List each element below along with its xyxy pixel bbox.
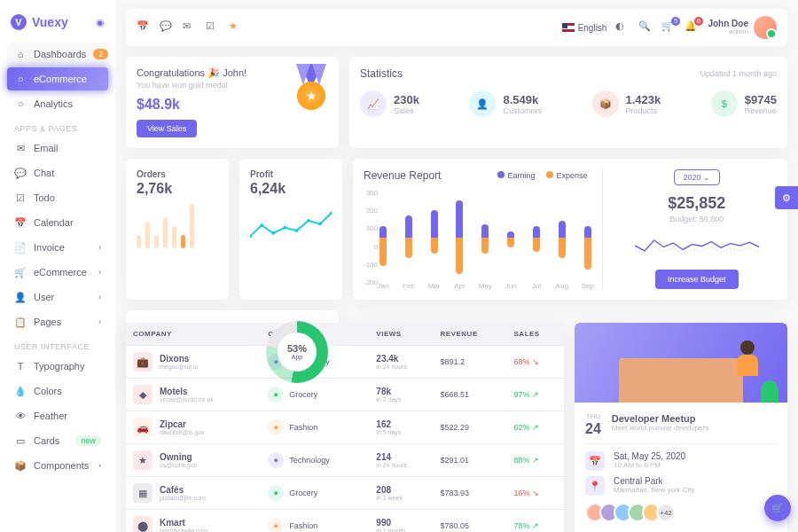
droplet-icon: 💧 (14, 385, 27, 397)
topbar: 📅 💬 ✉ ☑ ★ English ◐ 🔍 🛒5 🔔6 John Doeadmi… (126, 9, 787, 46)
cart-icon[interactable]: 🛒5 (661, 20, 676, 35)
sidebar-item-calendar[interactable]: 📅Calendar (7, 211, 108, 234)
orders-card: Orders 2,76k (126, 159, 229, 300)
nav-label: Analytics (34, 98, 73, 109)
revenue-legend: EarningExpense (497, 171, 588, 180)
sidebar-item-cards[interactable]: ▭Cardsnew (7, 429, 108, 452)
trend-icon: 📈 (360, 90, 387, 117)
svg-point-4 (295, 229, 299, 232)
circle-icon: ○ (14, 98, 27, 110)
stat-products: 📦1.423kProducts (592, 90, 661, 117)
card-icon: ▭ (14, 434, 27, 447)
pages-icon: 📋 (14, 316, 27, 328)
year-selector[interactable]: 2020 ⌄ (674, 169, 721, 185)
nav-label: Pages (34, 317, 61, 327)
user-role: admin (708, 28, 748, 36)
dark-mode-icon[interactable]: ◐ (615, 20, 630, 35)
stat-value: $9745 (745, 93, 777, 106)
sidebar-collapse-icon[interactable]: ◉ (96, 17, 105, 28)
meetup-time-text: 10:AM to 6:PM (614, 461, 685, 469)
sidebar-item-dashboards[interactable]: ⌂ Dashboards 2 ⌄ (7, 43, 108, 66)
sidebar-item-email[interactable]: ✉Email (7, 137, 108, 160)
buy-fab[interactable]: 🛒 (764, 495, 791, 521)
table-row[interactable]: 🚗Zipcardavcilse@is.gov ●Fashion 162in 5 … (126, 411, 564, 444)
sidebar-item-components[interactable]: 📦Components› (7, 454, 108, 477)
table-row[interactable]: ▦Caféspudais@jife.com ●Grocery 208in 1 w… (126, 477, 564, 510)
orders-title: Orders (137, 169, 218, 179)
sidebar-item-chat[interactable]: 💬Chat (7, 161, 108, 184)
nav-label: Invoice (34, 242, 65, 253)
calendar-icon[interactable]: 📅 (137, 20, 151, 35)
view-sales-button[interactable]: View Sales (137, 120, 197, 137)
svg-point-3 (284, 226, 287, 230)
user-menu[interactable]: John Doeadmin (708, 16, 777, 39)
chevron-right-icon: › (98, 293, 101, 301)
sidebar-item-invoice[interactable]: 📄Invoice› (7, 236, 108, 259)
language-selector[interactable]: English (562, 23, 607, 33)
sidebar-item-ecommerce[interactable]: ○ eCommerce (7, 67, 108, 90)
chat-icon[interactable]: 💬 (160, 20, 174, 35)
attendee-avatars[interactable]: +42 (585, 503, 777, 522)
mail-icon: ✉ (14, 142, 27, 154)
nav-label: eCommerce (34, 74, 87, 84)
sidebar-item-user[interactable]: 👤User› (7, 286, 108, 309)
archive-icon: 📦 (14, 459, 27, 472)
revenue-amount: $25,852 (617, 194, 777, 213)
chevron-right-icon: › (98, 243, 101, 252)
revenue-card: Revenue Report EarningExpense 3002001000… (353, 159, 787, 300)
type-icon: T (14, 360, 27, 372)
chevron-right-icon: › (98, 317, 101, 326)
orders-chart (137, 204, 218, 248)
table-row[interactable]: 💼Dixonsmeguc@ruj.io ●Technology 23.4kin … (126, 346, 564, 379)
increase-budget-button[interactable]: Increase Budget (655, 270, 739, 289)
meetup-date-text: Sat, May 25, 2020 (614, 451, 685, 461)
star-icon[interactable]: ★ (229, 20, 243, 35)
stats-updated: Updated 1 month ago (700, 69, 777, 78)
flag-icon (562, 23, 575, 32)
stat-label: Products (626, 106, 661, 115)
nav-section-ui: USER INTERFACE (7, 335, 108, 355)
table-row[interactable]: ◆Motelsvecav@hodzi.co.uk ●Grocery 78kin … (126, 379, 564, 411)
eye-icon: 👁 (14, 410, 27, 422)
sidebar-item-analytics[interactable]: ○ Analytics (7, 92, 108, 115)
table-row[interactable]: ★Owningus@cuhil.gov ●Technology 214in 24… (126, 444, 564, 477)
bell-icon[interactable]: 🔔6 (685, 20, 699, 35)
nav-label: Typography (34, 361, 84, 372)
sidebar-item-typography[interactable]: TTypography (7, 355, 108, 378)
svg-point-5 (307, 219, 310, 223)
calendar-icon: 📅 (585, 451, 605, 471)
profit-title: Profit (250, 169, 332, 179)
mail-icon[interactable]: ✉ (183, 20, 197, 35)
stat-value: 230k (394, 93, 419, 106)
sidebar-item-colors[interactable]: 💧Colors (7, 379, 108, 403)
statistics-card: StatisticsUpdated 1 month ago 📈230kSales… (349, 57, 787, 148)
meetup-card: THU24 Developer MeetupMeet world popular… (575, 323, 787, 532)
profit-chart (250, 204, 332, 248)
meetup-date: THU24 (585, 413, 601, 436)
revenue-title: Revenue Report (364, 169, 441, 182)
table-row[interactable]: ⬤Kmartbipri@cawiw.com ●Fashion 990in 1 m… (126, 510, 564, 533)
user-icon: 👤 (14, 291, 27, 303)
cart-icon: 🛒 (14, 266, 27, 278)
sidebar-item-pages[interactable]: 📋Pages› (7, 310, 108, 333)
sidebar-item-ecommerce-app[interactable]: 🛒eCommerce› (7, 261, 108, 284)
stat-customers: 👤8.549kCustomers (469, 90, 542, 117)
company-table-card: COMPANYCATEGORYVIEWSREVENUESALES 💼Dixons… (126, 323, 564, 532)
meetup-location-sub: Manhattan, New york City (614, 486, 695, 494)
search-icon[interactable]: 🔍 (638, 20, 653, 35)
main-content: 📅 💬 ✉ ☑ ★ English ◐ 🔍 🛒5 🔔6 John Doeadmi… (115, 0, 798, 532)
sidebar-item-feather[interactable]: 👁Feather (7, 404, 108, 427)
settings-fab[interactable]: ⚙ (775, 186, 798, 209)
meetup-sub: Meet world popular developers (612, 424, 708, 432)
nav-label: User (34, 292, 54, 302)
stat-value: 1.423k (626, 93, 661, 106)
home-icon: ⌂ (14, 48, 27, 60)
chevron-right-icon: › (98, 268, 101, 277)
sidebar-item-todo[interactable]: ☑Todo (7, 186, 108, 209)
stat-label: Revenue (745, 106, 777, 115)
todo-icon[interactable]: ☑ (206, 20, 220, 35)
circle-icon: ○ (14, 73, 27, 85)
brand-name: Vuexy (32, 15, 68, 29)
brand-logo[interactable]: V Vuexy ◉ (7, 11, 108, 34)
file-icon: 📄 (14, 241, 27, 254)
